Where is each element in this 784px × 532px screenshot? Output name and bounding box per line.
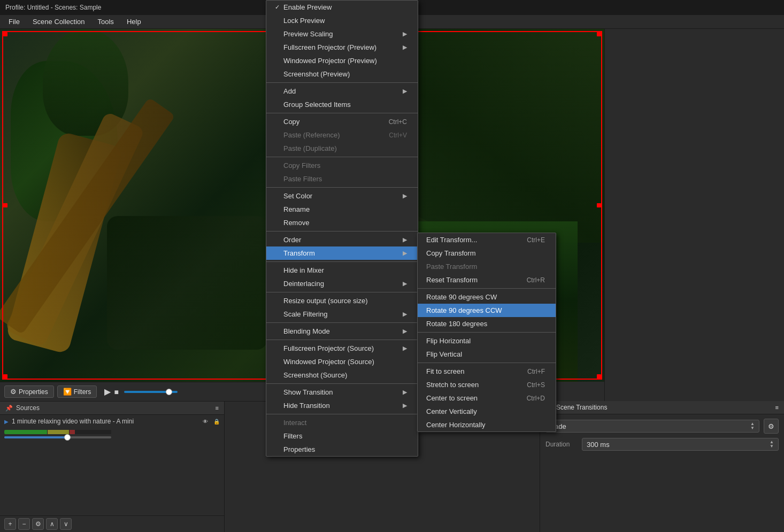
ctx-scale-filtering[interactable]: Scale Filtering ▶ [266, 307, 418, 321]
transition-duration-row: Duration 300 ms ▲ ▼ [545, 438, 779, 451]
handle-mr[interactable] [597, 203, 601, 207]
source-eye-icon[interactable]: 👁 [203, 419, 208, 425]
menu-help[interactable]: Help [121, 16, 147, 27]
ctx-windowed-projector-preview[interactable]: Windowed Projector (Preview) [266, 54, 418, 67]
remove-source-button[interactable]: − [18, 518, 30, 530]
ctx-fit-to-screen[interactable]: Fit to screen Ctrl+F [418, 365, 556, 378]
transition-type-select[interactable]: Fade ▲ ▼ [545, 420, 759, 433]
menu-file[interactable]: File [3, 16, 25, 27]
ctx-fullscreen-projector-preview[interactable]: Fullscreen Projector (Preview) ▶ [266, 41, 418, 54]
sep5 [266, 231, 418, 232]
sources-panel: 📌 Sources ≡ ▶ 1 minute relaxing video wi… [0, 401, 225, 532]
ctx-edit-transform[interactable]: Edit Transform... Ctrl+E [418, 233, 556, 246]
ctx-hide-in-mixer[interactable]: Hide in Mixer [266, 264, 418, 277]
ctx-blending-mode[interactable]: Blending Mode ▶ [266, 325, 418, 338]
sep9 [266, 340, 418, 340]
sep3 [266, 157, 418, 157]
sep8 [266, 322, 418, 323]
ctx-properties[interactable]: Properties [266, 443, 418, 456]
source-up-button[interactable]: ∧ [46, 518, 58, 530]
filters-button[interactable]: 🔽 Filters [57, 385, 97, 398]
ctx-deinterlacing[interactable]: Deinterlacing ▶ [266, 277, 418, 290]
handle-tr[interactable] [597, 32, 601, 36]
ctx-set-color[interactable]: Set Color ▶ [266, 189, 418, 203]
transitions-menu-icon[interactable]: ≡ [775, 404, 779, 411]
ctx-center-horizontally[interactable]: Center Horizontally [418, 418, 556, 431]
transitions-title: Scene Transitions [556, 404, 607, 411]
ctx-screenshot-preview[interactable]: Screenshot (Preview) [266, 67, 418, 81]
source-down-button[interactable]: ∨ [60, 518, 72, 530]
ctx-transform[interactable]: Transform ▶ [266, 246, 418, 260]
ctx-hide-transition[interactable]: Hide Transition ▶ [266, 399, 418, 412]
transition-settings-button[interactable]: ⚙ [764, 419, 779, 434]
gear-icon: ⚙ [10, 388, 17, 396]
ctx-windowed-projector-source[interactable]: Windowed Projector (Source) [266, 355, 418, 368]
duration-input[interactable]: 300 ms ▲ ▼ [582, 438, 779, 451]
ctx-copy[interactable]: Copy Ctrl+C [266, 115, 418, 128]
ctx-rotate-90-ccw[interactable]: Rotate 90 degrees CCW [418, 304, 556, 317]
transitions-content: Fade ▲ ▼ ⚙ Duration 300 ms ▲ ▼ [540, 414, 784, 459]
ctx-fullscreen-projector-source[interactable]: Fullscreen Projector (Source) ▶ [266, 342, 418, 355]
ctx-enable-preview[interactable]: ✓ Enable Preview [266, 1, 418, 14]
spinner-down[interactable]: ▼ [750, 426, 755, 430]
source-volume-slider-container [4, 436, 111, 438]
duration-spinners: ▲ ▼ [770, 440, 774, 449]
ctx-resize-output[interactable]: Resize output (source size) [266, 294, 418, 307]
window-title: Profile: Untitled - Scenes: Sample [5, 4, 101, 11]
transitions-header: 📌 Scene Transitions ≡ [540, 401, 784, 414]
ctx-add[interactable]: Add ▶ [266, 84, 418, 98]
ctx-reset-transform[interactable]: Reset Transform Ctrl+R [418, 273, 556, 287]
ctx-stretch-to-screen[interactable]: Stretch to screen Ctrl+S [418, 378, 556, 391]
volume-slider-container [124, 391, 231, 393]
source-lock-icon[interactable]: 🔒 [213, 419, 220, 425]
ctx-center-to-screen[interactable]: Center to screen Ctrl+D [418, 391, 556, 405]
ctx-flip-horizontal[interactable]: Flip Horizontal [418, 334, 556, 348]
sources-menu-icon[interactable]: ≡ [216, 405, 219, 411]
handle-ml[interactable] [3, 203, 7, 207]
ctx-flip-vertical[interactable]: Flip Vertical [418, 348, 556, 361]
source-settings-button[interactable]: ⚙ [32, 518, 44, 530]
ctx-paste-duplicate: Paste (Duplicate) [266, 142, 418, 155]
ctx-filters[interactable]: Filters [266, 429, 418, 443]
source-volume-track [4, 436, 111, 438]
duration-spinner-down[interactable]: ▼ [770, 444, 774, 449]
add-source-button[interactable]: + [4, 518, 16, 530]
gear-icon-transition: ⚙ [768, 422, 774, 430]
duration-label: Duration [545, 441, 578, 448]
ctx-lock-preview[interactable]: Lock Preview [266, 14, 418, 27]
duration-value: 300 ms [587, 441, 610, 449]
context-menu-main: ✓ Enable Preview Lock Preview Preview Sc… [266, 0, 418, 457]
ctx-interact: Interact [266, 416, 418, 429]
ctx-show-transition[interactable]: Show Transition ▶ [266, 385, 418, 399]
ctx-preview-scaling[interactable]: Preview Scaling ▶ [266, 27, 418, 41]
ctx-screenshot-source[interactable]: Screenshot (Source) [266, 368, 418, 382]
handle-tl[interactable] [3, 32, 7, 36]
transition-type-spinners: ▲ ▼ [750, 422, 755, 430]
properties-button[interactable]: ⚙ Properties [4, 385, 54, 398]
transform-sep2 [418, 332, 556, 333]
ctx-rotate-180[interactable]: Rotate 180 degrees [418, 317, 556, 330]
ctx-group-selected[interactable]: Group Selected Items [266, 98, 418, 111]
ctx-remove[interactable]: Remove [266, 216, 418, 229]
handle-br[interactable] [597, 374, 601, 379]
ctx-copy-transform[interactable]: Copy Transform [418, 246, 556, 260]
source-item[interactable]: ▶ 1 minute relaxing video with nature - … [0, 415, 224, 428]
pin-icon: 📌 [5, 405, 13, 412]
ctx-center-vertically[interactable]: Center Vertically [418, 405, 556, 418]
ctx-rotate-90-cw[interactable]: Rotate 90 degrees CW [418, 290, 556, 304]
ctx-rename[interactable]: Rename [266, 203, 418, 216]
ctx-paste-reference: Paste (Reference) Ctrl+V [266, 128, 418, 142]
menu-scene-collection[interactable]: Scene Collection [27, 16, 90, 27]
source-volume-handle[interactable] [64, 434, 71, 441]
sep1 [266, 82, 418, 83]
sources-header: 📌 Sources ≡ [0, 402, 224, 415]
volume-handle[interactable] [166, 389, 172, 395]
play-button[interactable]: ▶ [104, 387, 111, 397]
meter-green [4, 430, 47, 434]
ctx-order[interactable]: Order ▶ [266, 233, 418, 246]
transition-type-row: Fade ▲ ▼ ⚙ [545, 419, 779, 434]
menu-tools[interactable]: Tools [93, 16, 119, 27]
handle-bl[interactable] [3, 374, 7, 379]
stop-button[interactable]: ■ [114, 388, 118, 396]
volume-slider[interactable] [124, 391, 178, 393]
